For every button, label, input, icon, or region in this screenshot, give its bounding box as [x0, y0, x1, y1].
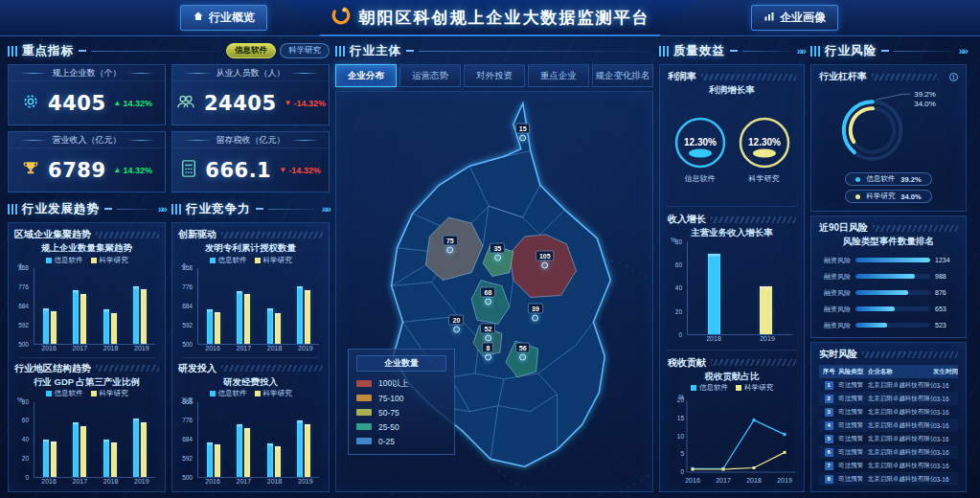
- map-marker[interactable]: 20: [448, 315, 464, 333]
- stat-label: 营业收入（亿元）: [9, 132, 165, 148]
- chart-title: 规上企业数量集聚趋势: [14, 242, 159, 255]
- map-marker[interactable]: 8: [482, 343, 493, 361]
- gauge-label: 信息软件: [685, 173, 716, 184]
- map-marker[interactable]: 105: [536, 251, 555, 269]
- map-marker[interactable]: 56: [515, 343, 531, 361]
- chart-legend: 信息软件科学研究: [14, 389, 159, 399]
- expand-arrows-icon[interactable]: »»: [322, 203, 330, 215]
- filter-tag[interactable]: 科学研究: [280, 43, 330, 58]
- stat-delta: ▼-14.32%: [279, 166, 320, 175]
- section-bars-icon: [8, 46, 17, 57]
- info-icon[interactable]: i: [949, 73, 958, 81]
- pin-icon: [541, 262, 548, 269]
- calculator-icon: [180, 159, 197, 182]
- risk-table-row[interactable]: 8司法预警北京启阳卓越科技有限公司03-16: [819, 472, 958, 486]
- risk-ranking-bars: 融资风险1234融资风险988融资风险876融资风险653融资风险523: [819, 252, 958, 333]
- section-title-key-indicators: 重点指标: [22, 43, 74, 59]
- map-column: 行业主体 企业分布运营态势对外投资重点企业规企变化排名: [335, 40, 653, 492]
- table-header: 序号风险类型企业名称发生时间: [819, 365, 958, 378]
- chart-legend: 信息软件科学研究: [668, 383, 796, 394]
- hatch-decoration: [221, 365, 323, 372]
- left-column: 重点指标 信息软件科学研究 规上企业数（个）4405▲14.32%从业人员数（人…: [8, 40, 330, 492]
- competitiveness-panel: 创新驱动 发明专利累计授权数量 信息软件科学研究个868776684592500…: [171, 222, 330, 492]
- section-title-industry-trend: 行业发展趋势: [22, 201, 100, 217]
- tab-重点企业[interactable]: 重点企业: [528, 64, 589, 87]
- realtime-risk-panel: 实时风险 序号风险类型企业名称发生时间1司法预警北京启阳卓越科技有限公司03-1…: [810, 342, 967, 492]
- legend-pill[interactable]: 信息软件39.2%: [845, 172, 931, 186]
- svg-text:2016: 2016: [685, 477, 700, 484]
- risk-table-row[interactable]: 2司法预警北京启阳卓越科技有限公司03-16: [819, 392, 958, 405]
- marker-count: 8: [482, 343, 493, 353]
- leverage-panel: 行业杠杆率i 39.2%34.0% 信息软件39.2%科学研究34.0%: [810, 64, 967, 212]
- stat-delta: ▲14.32%: [114, 166, 152, 175]
- chart-block-innovation: 创新驱动 发明专利累计授权数量 信息软件科学研究个868776684592500…: [176, 225, 325, 356]
- tab-运营态势[interactable]: 运营态势: [399, 64, 461, 87]
- tax-line-chart: 信息软件科学研究%051015202016201720182019: [668, 383, 796, 487]
- realtime-risk-table: 序号风险类型企业名称发生时间1司法预警北京启阳卓越科技有限公司03-162司法预…: [819, 365, 958, 486]
- filter-tag[interactable]: 信息软件: [226, 43, 276, 58]
- nav-industry-overview[interactable]: 行业概览: [180, 5, 267, 31]
- marker-count: 68: [480, 287, 495, 298]
- section-bars-icon: [810, 46, 820, 57]
- risk-table-row[interactable]: 3司法预警北京启阳卓越科技有限公司03-16: [819, 405, 958, 419]
- stat-card: 从业人员数（人）24405▼-14.32%: [171, 64, 330, 125]
- expand-arrows-icon[interactable]: »»: [797, 45, 805, 57]
- app-title: 朝阳区科创规上企业大数据监测平台: [359, 7, 650, 29]
- risk-table-row[interactable]: 1司法预警北京启阳卓越科技有限公司03-16: [819, 378, 958, 392]
- map-legend: 企业数量100以上75-10050-7525-500-25: [348, 349, 455, 455]
- main-content: 重点指标 信息软件科学研究 规上企业数（个）4405▲14.32%从业人员数（人…: [8, 40, 972, 492]
- tab-企业分布[interactable]: 企业分布: [335, 64, 397, 87]
- risk-table-row[interactable]: 5司法预警北京启阳卓越科技有限公司03-16: [819, 432, 958, 445]
- chart-legend: 信息软件科学研究: [14, 255, 159, 265]
- map-marker[interactable]: 68: [480, 287, 495, 306]
- app-logo-icon: [330, 5, 352, 30]
- industry-trend-column: 行业发展趋势 »» 区域企业集聚趋势 规上企业数量集聚趋势 信息软件科学研究个8…: [8, 198, 166, 492]
- section-bars-icon: [171, 204, 181, 215]
- map-marker[interactable]: 52: [480, 323, 495, 341]
- hatch-decoration: [872, 74, 939, 80]
- expand-arrows-icon[interactable]: »»: [959, 45, 967, 57]
- trophy-icon: [21, 159, 40, 182]
- nav-enterprise-portrait[interactable]: 企业画像: [751, 5, 838, 31]
- section-industry-trend: 行业发展趋势 »»: [8, 199, 166, 218]
- subsection-title: 利润率: [668, 70, 696, 83]
- legend-pill[interactable]: 科学研究34.0%: [845, 190, 931, 203]
- risk-table-row[interactable]: 6司法预警北京启阳卓越科技有限公司03-16: [819, 445, 958, 459]
- section-industry-body: 行业主体: [335, 41, 653, 60]
- subsection-title: 行业杠杆率: [819, 70, 867, 83]
- subsection-title: 收入增长: [668, 213, 706, 226]
- section-quality: 质量效益 »»: [659, 41, 805, 60]
- marker-count: 20: [448, 315, 464, 326]
- income-bar-chart: %80604020020182019: [668, 239, 796, 344]
- map-marker[interactable]: 75: [443, 235, 458, 253]
- chart-title: 税收贡献占比: [668, 371, 796, 383]
- tab-对外投资[interactable]: 对外投资: [464, 64, 525, 87]
- map-marker[interactable]: 15: [515, 124, 531, 142]
- map-marker[interactable]: 39: [528, 303, 543, 321]
- pin-icon: [453, 327, 460, 333]
- profit-gauge: 12.30%信息软件: [672, 115, 728, 184]
- map-legend-item: 75-100: [356, 391, 446, 405]
- risk-table-row[interactable]: 4司法预警北京启阳卓越科技有限公司03-16: [819, 419, 958, 432]
- map-marker[interactable]: 35: [490, 243, 505, 261]
- risk-table-row[interactable]: 7司法预警北京启阳卓越科技有限公司03-16: [819, 459, 958, 472]
- tab-规企变化排名[interactable]: 规企变化排名: [592, 64, 653, 87]
- leverage-legend: 信息软件39.2%科学研究34.0%: [819, 172, 958, 203]
- pin-icon: [485, 299, 491, 306]
- marker-count: 39: [528, 303, 543, 313]
- section-title-risk: 行业风险: [825, 43, 877, 59]
- recent-risk-panel: 近90日风险 风险类型事件数量排名 融资风险1234融资风险988融资风险876…: [810, 215, 967, 338]
- map-legend-item: 100以上: [356, 376, 446, 391]
- marker-count: 15: [515, 124, 531, 134]
- profit-gauges: 12.30%信息软件12.30%科学研究: [668, 97, 796, 201]
- svg-text:12.30%: 12.30%: [748, 137, 781, 147]
- svg-text:5: 5: [680, 450, 684, 457]
- subsection-title: 近90日风险: [819, 221, 868, 235]
- section-title-quality: 质量效益: [673, 43, 725, 59]
- expand-arrows-icon[interactable]: »»: [158, 203, 166, 215]
- profit-block: 利润率 利润增长率 12.30%信息软件12.30%科学研究: [660, 65, 804, 205]
- nav-industry-overview-label: 行业概览: [209, 10, 255, 26]
- stat-value: 4405: [48, 92, 105, 115]
- hatch-decoration: [701, 74, 796, 80]
- section-risk: 行业风险 »»: [810, 41, 967, 60]
